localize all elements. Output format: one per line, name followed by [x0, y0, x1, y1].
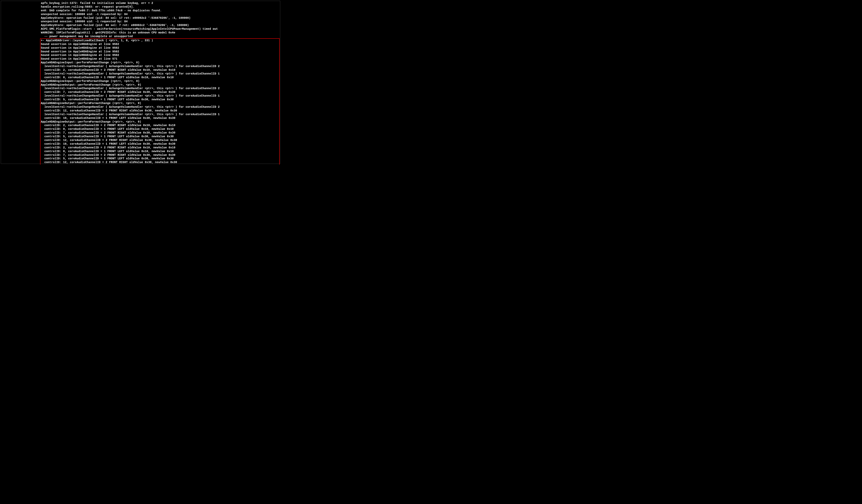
log-line: levelControl->setValueChangeHandler ( &c… [41, 87, 279, 90]
log-line: AppleKeyStore: operation failed (pid: 84… [41, 24, 280, 27]
log-line: Sound assertion in AppleHDAEngine at lin… [41, 42, 279, 46]
log-line: WARNING: IOPlatformPluginUtil : getCPUID… [41, 31, 280, 35]
log-line: controlID: 2, coreAudioChannelID = 2 FRO… [41, 123, 279, 127]
log-line: Sound assertion in AppleHDAEngine at lin… [41, 50, 279, 54]
log-line: controlID: 2, coreAudioChannelID = 2 FRO… [41, 68, 279, 72]
log-line: AppleHDAEngineOutput::performFormatChang… [41, 102, 279, 105]
log-line: controlID: 10, coreAudioChannelID = 1 FR… [41, 116, 279, 120]
log-line: controlID: 0, coreAudioChannelID = 1 FRO… [41, 76, 279, 79]
log-line: controlID: 10, coreAudioChannelID = 1 FR… [41, 164, 279, 164]
log-line: levelControl->setValueChangeHandler ( &c… [41, 72, 279, 76]
log-line: levelControl->setValueChangeHandler ( &c… [41, 105, 279, 109]
log-line: controlID: 7, coreAudioChannelID = 2 FRO… [41, 90, 279, 94]
log-line: AppleHDAEngineInput::performFormatChange… [41, 79, 279, 83]
log-line: Sound assertion in AppleHDAEngine at lin… [41, 53, 279, 57]
log-line: controlID: 12, coreAudioChannelID = 2 FR… [41, 138, 279, 142]
console-frame: apfs_keybag_init:1372: failed to initial… [1, 1, 280, 164]
log-line: AppleHDAEngineOutput::performFormatChang… [41, 120, 279, 124]
log-line: controlID: 2, coreAudioChannelID = 2 FRO… [41, 146, 279, 149]
log-line: +- AppleHDADriver::layoutLoadCallback ( … [41, 39, 279, 42]
log-line: levelControl->setValueChangeHandler ( &c… [41, 65, 279, 68]
log-line: -- power management may be incomplete or… [41, 35, 280, 38]
boot-log-top: apfs_keybag_init:1372: failed to initial… [41, 1, 280, 38]
log-line: controlID: 12, coreAudioChannelID = 2 FR… [41, 109, 279, 112]
log-line: controlID: 7, coreAudioChannelID = 2 FRO… [41, 153, 279, 157]
log-line: controlID: 0, coreAudioChannelID = 1 FRO… [41, 127, 279, 131]
log-line: levelControl->setValueChangeHandler ( &c… [41, 112, 279, 116]
log-line: levelControl->setValueChangeHandler ( &c… [41, 94, 279, 98]
log-line: apfs_keybag_init:1372: failed to initial… [41, 1, 280, 5]
log-line: controlID: 5, coreAudioChannelID = 1 FRO… [41, 135, 279, 138]
log-line: handle_encryption_rolling:5603: er: requ… [41, 5, 280, 9]
log-line: Sound assertion in AppleHDAEngine at lin… [41, 57, 279, 61]
log-line: unexpected session: 100000 uid: -1 reque… [41, 20, 280, 24]
log-line: ACPI_SMC_PlatformPlugin::start - waitFor… [41, 27, 280, 31]
log-line: unexpected session: 100000 uid: -1 reque… [41, 13, 280, 16]
log-line: AppleHDAEngineOutput::performFormatChang… [41, 83, 279, 87]
log-line: AppleHDAEngineInput::performFormatChange… [41, 61, 279, 65]
log-line: controlID: 12, coreAudioChannelID = 2 FR… [41, 160, 279, 164]
log-line: en0: DAD complete for fe80:7::8e5:7f5c:a… [41, 9, 280, 13]
log-line: controlID: 10, coreAudioChannelID = 1 FR… [41, 142, 279, 146]
log-line: controlID: 7, coreAudioChannelID = 2 FRO… [41, 131, 279, 135]
log-line: controlID: 5, coreAudioChannelID = 1 FRO… [41, 157, 279, 160]
log-line: controlID: 0, coreAudioChannelID = 1 FRO… [41, 149, 279, 153]
log-line: Sound assertion in AppleHDAEngine at lin… [41, 46, 279, 50]
log-line: AppleKeyStore: operation failed (pid: 84… [41, 16, 280, 20]
highlighted-audio-log: +- AppleHDADriver::layoutLoadCallback ( … [40, 38, 280, 164]
log-line: controlID: 5, coreAudioChannelID = 1 FRO… [41, 98, 279, 102]
